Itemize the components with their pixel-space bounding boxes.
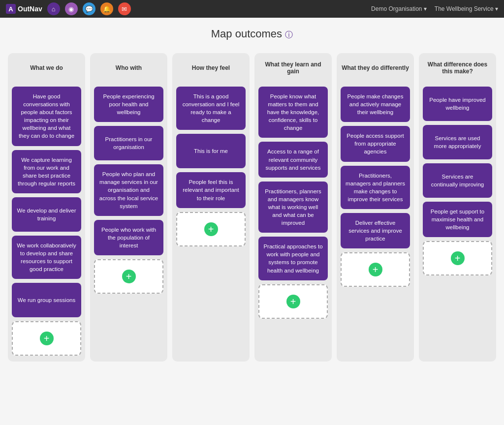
page-title: Map outcomes ⓘ: [0, 18, 504, 48]
card-what-we-do-2[interactable]: We develop and deliver training: [12, 197, 81, 232]
card-who-with-3[interactable]: People who work with the population of i…: [94, 220, 163, 255]
card-who-with-0[interactable]: People experiencing poor health and well…: [94, 87, 163, 122]
navbar-left: A OutNav ⌂ ◉ 💬 🔔 ✉: [6, 2, 131, 15]
add-icon: +: [451, 251, 465, 265]
column-what-they-do: What they do differentlyPeople make chan…: [337, 53, 414, 362]
add-card-what-they-do[interactable]: +: [341, 252, 410, 287]
column-what-difference: What difference does this make?People ha…: [419, 53, 496, 362]
column-header-what-difference: What difference does this make?: [419, 53, 496, 83]
card-who-with-2[interactable]: People who plan and manage services in o…: [94, 164, 163, 215]
card-what-we-do-3[interactable]: We work collaboratively to develop and s…: [12, 236, 81, 279]
bell-icon[interactable]: 🔔: [100, 2, 113, 15]
card-what-we-do-1[interactable]: We capture learning from our work and sh…: [12, 150, 81, 193]
column-how-they-feel: How they feelThis is a good conversation…: [172, 53, 250, 362]
add-icon: +: [122, 270, 136, 283]
column-who-with: Who withPeople experiencing poor health …: [90, 53, 167, 362]
outcomes-board: What we doHave good conversations with p…: [0, 48, 504, 371]
card-what-they-do-2[interactable]: Practitioners, managers and planners mak…: [341, 166, 410, 209]
card-how-they-feel-1[interactable]: This is for me: [176, 134, 246, 168]
card-what-they-do-3[interactable]: Deliver effective services and improve p…: [341, 213, 410, 248]
add-card-how-they-feel[interactable]: +: [176, 212, 246, 246]
mail-icon[interactable]: ✉: [118, 2, 131, 15]
card-what-difference-0[interactable]: People have improved wellbeing: [423, 87, 492, 121]
card-what-they-do-0[interactable]: People make changes and actively manage …: [341, 87, 410, 122]
card-what-we-do-4[interactable]: We run group sessions: [12, 283, 81, 317]
column-body-what-we-do: Have good conversations with people abou…: [8, 83, 85, 362]
add-card-who-with[interactable]: +: [94, 259, 163, 294]
column-what-we-do: What we doHave good conversations with p…: [8, 53, 85, 362]
service-selector[interactable]: The Wellbeing Service ▾: [435, 5, 498, 12]
card-what-they-learn-0[interactable]: People know what matters to them and hav…: [258, 87, 328, 138]
column-header-what-they-do: What they do differently: [337, 53, 414, 83]
add-icon: +: [369, 263, 382, 276]
home-icon[interactable]: ⌂: [47, 2, 60, 15]
navbar-logo[interactable]: A OutNav: [6, 4, 42, 14]
card-what-difference-3[interactable]: People get support to maximise health an…: [423, 202, 492, 237]
column-header-who-with: Who with: [90, 53, 167, 83]
card-what-they-learn-2[interactable]: Practitioners, planners and managers kno…: [258, 182, 328, 233]
add-icon: +: [286, 295, 300, 308]
column-header-what-we-do: What we do: [8, 53, 85, 83]
card-what-they-learn-1[interactable]: Access to a range of relevant community …: [258, 142, 328, 177]
map-icon[interactable]: ◉: [65, 2, 78, 15]
info-icon[interactable]: ⓘ: [285, 30, 293, 39]
org-selector[interactable]: Demo Organisation ▾: [371, 5, 427, 12]
card-what-difference-2[interactable]: Services are continually improving: [423, 163, 492, 198]
navbar: A OutNav ⌂ ◉ 💬 🔔 ✉ Demo Organisation ▾ T…: [0, 0, 504, 18]
add-card-what-they-learn[interactable]: +: [258, 284, 328, 319]
navbar-right: Demo Organisation ▾ The Wellbeing Servic…: [371, 5, 498, 12]
column-body-who-with: People experiencing poor health and well…: [90, 83, 167, 362]
column-body-what-difference: People have improved wellbeingServices a…: [419, 83, 496, 362]
add-card-what-we-do[interactable]: +: [12, 321, 81, 356]
logo-letter: A: [6, 4, 16, 14]
add-icon: +: [40, 332, 54, 345]
add-icon: +: [204, 222, 218, 236]
column-body-what-they-do: People make changes and actively manage …: [337, 83, 414, 362]
add-card-what-difference[interactable]: +: [423, 241, 492, 275]
logo-text: OutNav: [18, 5, 42, 13]
card-what-they-learn-3[interactable]: Practical approaches to work with people…: [258, 237, 328, 280]
column-header-how-they-feel: How they feel: [172, 53, 250, 83]
card-how-they-feel-2[interactable]: People feel this is relevant and importa…: [176, 172, 246, 208]
column-what-they-learn: What they learn and gainPeople know what…: [254, 53, 332, 362]
card-what-difference-1[interactable]: Services are used more appropriately: [423, 125, 492, 159]
column-body-how-they-feel: This is a good conversation and I feel r…: [172, 83, 250, 362]
card-what-we-do-0[interactable]: Have good conversations with people abou…: [12, 87, 81, 146]
column-body-what-they-learn: People know what matters to them and hav…: [254, 83, 332, 362]
card-how-they-feel-0[interactable]: This is a good conversation and I feel r…: [176, 87, 246, 130]
chat-icon[interactable]: 💬: [83, 2, 95, 15]
card-who-with-1[interactable]: Practitioners in our organisation: [94, 126, 163, 160]
card-what-they-do-1[interactable]: People access support from appropriate a…: [341, 126, 410, 161]
column-header-what-they-learn: What they learn and gain: [254, 53, 332, 83]
